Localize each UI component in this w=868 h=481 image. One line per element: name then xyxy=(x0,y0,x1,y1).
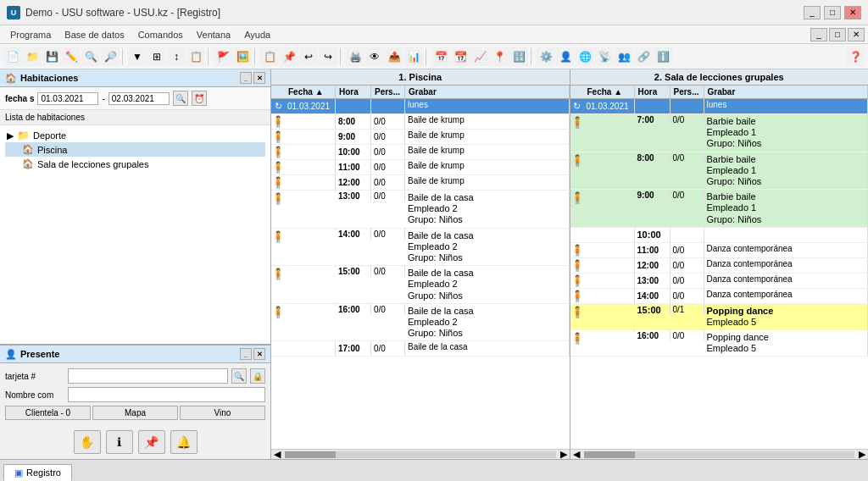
piscina-body[interactable]: ↻ 01.03.2021 lunes 🧍 8:00 0/0 Baile de k… xyxy=(271,99,570,449)
piscina-col-pers[interactable]: Pers... xyxy=(371,86,405,98)
menu-comandos[interactable]: Comandos xyxy=(131,28,190,41)
piscina-cell-grabar-7: Baile de la casa Empleado 2 Grupo: Niños xyxy=(405,229,570,266)
tb-date-btn[interactable]: 📆 xyxy=(451,47,470,66)
tb-user-btn[interactable]: 👤 xyxy=(556,47,575,66)
home-icon: 🏠 xyxy=(5,73,17,84)
tb-export-btn[interactable]: 📤 xyxy=(385,47,403,66)
sala-hscroll-track[interactable] xyxy=(584,451,855,458)
hand-btn[interactable]: ✋ xyxy=(74,430,101,454)
presente-close-btn[interactable]: ✕ xyxy=(253,348,265,360)
piscina-hscroll-track[interactable] xyxy=(285,451,556,458)
vino-btn[interactable]: Vino xyxy=(180,406,265,420)
sala-icon-12: 🧍 xyxy=(570,258,584,273)
menu-restore-btn[interactable]: □ xyxy=(829,28,846,41)
sala-hscrollbar[interactable]: ◀ ▶ xyxy=(570,449,869,459)
tree-item-sala[interactable]: 🏠 Sala de lecciones grupales xyxy=(5,157,265,171)
bell-btn[interactable]: 🔔 xyxy=(170,430,198,454)
tarjeta-lock-btn[interactable]: 🔒 xyxy=(250,368,265,384)
tb-net-btn[interactable]: 🌐 xyxy=(576,47,594,66)
piscina-cell-grabar-2: Baile de krump xyxy=(405,130,570,144)
tree-item-deporte[interactable]: ▶ 📁 Deporte xyxy=(5,129,265,142)
sala-col-hora[interactable]: Hora xyxy=(635,86,670,98)
tarjeta-input[interactable] xyxy=(68,368,228,384)
tb-undo-btn[interactable]: ↩ xyxy=(299,47,318,66)
menu-minimize-btn[interactable]: _ xyxy=(810,28,827,41)
tb-group2-btn[interactable]: 👥 xyxy=(615,47,633,66)
tree-item-piscina[interactable]: 🏠 Piscina xyxy=(5,142,265,157)
menu-ventana[interactable]: Ventana xyxy=(190,28,237,41)
tb-num-btn[interactable]: 🔢 xyxy=(509,47,528,66)
date-from-input[interactable] xyxy=(37,92,98,105)
tarjeta-label: tarjeta # xyxy=(5,372,64,381)
tb-flag-btn[interactable]: 🚩 xyxy=(214,47,232,66)
tb-filter2-btn[interactable]: ⊞ xyxy=(147,47,166,66)
piscina-hscroll-right[interactable]: ▶ xyxy=(558,449,570,459)
tb-open-btn[interactable]: 📁 xyxy=(23,47,42,66)
piscina-hscroll-left[interactable]: ◀ xyxy=(271,449,283,459)
presente-minimize-btn[interactable]: _ xyxy=(240,348,252,360)
minimize-button[interactable]: _ xyxy=(804,6,821,19)
panel-close-btn[interactable]: ✕ xyxy=(253,72,265,84)
tab-registro[interactable]: ▣ Registro xyxy=(3,464,72,481)
sala-hscroll-left[interactable]: ◀ xyxy=(570,449,582,459)
sala-cell-hora-0 xyxy=(635,99,670,113)
pin-btn[interactable]: 📌 xyxy=(138,430,165,454)
sala-hscroll-right[interactable]: ▶ xyxy=(856,449,868,459)
piscina-col-fecha[interactable]: Fecha ▲ xyxy=(285,86,336,98)
tb-edit-btn[interactable]: ✏️ xyxy=(62,47,81,66)
tb-print-btn[interactable]: 🖨️ xyxy=(346,47,364,66)
tb-filter-btn[interactable]: ▼ xyxy=(128,47,147,66)
menu-ayuda[interactable]: Ayuda xyxy=(237,28,277,41)
sala-cell-hora-9: 15:00 xyxy=(635,304,670,316)
tb-report-btn[interactable]: 📈 xyxy=(470,47,489,66)
sala-cell-fecha-5 xyxy=(584,243,635,257)
menu-items: Programa Base de datos Comandos Ventana … xyxy=(3,28,277,41)
sala-col-pers[interactable]: Pers... xyxy=(670,86,704,98)
sala-cell-hora-5: 11:00 xyxy=(635,243,670,257)
date-to-input[interactable] xyxy=(108,92,170,105)
piscina-icon-col xyxy=(271,86,285,98)
close-button[interactable]: ✕ xyxy=(844,6,861,19)
tb-paste-btn[interactable]: 📌 xyxy=(280,47,298,66)
tb-preview-btn[interactable]: 👁 xyxy=(365,47,384,66)
restore-button[interactable]: □ xyxy=(824,6,841,19)
tab-registro-icon: ▣ xyxy=(14,467,23,478)
tb-new-btn[interactable]: 📄 xyxy=(3,47,22,66)
menu-base-de-datos[interactable]: Base de datos xyxy=(58,28,131,41)
menu-programa[interactable]: Programa xyxy=(3,28,58,41)
clientela-btn[interactable]: Clientela - 0 xyxy=(5,406,91,420)
sala-body[interactable]: ↻ 01.03.2021 lunes 🧍 7:00 0/0 Barbie bai… xyxy=(570,99,869,449)
tb-settings-btn[interactable]: ⚙️ xyxy=(537,47,555,66)
sala-hscroll-thumb[interactable] xyxy=(584,451,635,458)
nombre-input[interactable] xyxy=(68,387,265,402)
tb-info-btn[interactable]: ℹ️ xyxy=(654,47,672,66)
tb-save-btn[interactable]: 💾 xyxy=(42,47,61,66)
piscina-col-hora[interactable]: Hora xyxy=(336,86,371,98)
piscina-col-grabar[interactable]: Grabar xyxy=(405,86,570,98)
info-btn[interactable]: ℹ xyxy=(106,430,133,454)
piscina-cell-hora-2: 9:00 xyxy=(336,130,371,144)
tb-rss-btn[interactable]: 📡 xyxy=(595,47,614,66)
tb-help-btn[interactable]: ❓ xyxy=(846,47,865,66)
sala-col-grabar[interactable]: Grabar xyxy=(704,86,869,98)
tb-redo-btn[interactable]: ↪ xyxy=(319,47,337,66)
tb-img-btn[interactable]: 🖼️ xyxy=(233,47,252,66)
tb-copy-btn[interactable]: 📋 xyxy=(260,47,279,66)
tarjeta-search-btn[interactable]: 🔍 xyxy=(231,368,247,384)
panel-minimize-btn[interactable]: _ xyxy=(240,72,252,84)
tb-chart-btn[interactable]: 📊 xyxy=(404,47,423,66)
tb-calendar-btn[interactable]: 📅 xyxy=(431,47,450,66)
mapa-btn[interactable]: Mapa xyxy=(92,406,178,420)
tb-group-btn[interactable]: 📋 xyxy=(186,47,205,66)
sala-col-fecha[interactable]: Fecha ▲ xyxy=(584,86,635,98)
date-search-btn[interactable]: 🔍 xyxy=(173,91,188,106)
piscina-hscroll-thumb[interactable] xyxy=(285,451,336,458)
tb-zoom-btn[interactable]: 🔎 xyxy=(101,47,120,66)
tb-search-btn[interactable]: 🔍 xyxy=(81,47,100,66)
tb-share-btn[interactable]: 🔗 xyxy=(634,47,653,66)
menu-close-btn[interactable]: ✕ xyxy=(848,28,865,41)
piscina-hscrollbar[interactable]: ◀ ▶ xyxy=(271,449,570,459)
tb-map-btn[interactable]: 📍 xyxy=(490,47,509,66)
date-calendar-btn[interactable]: ⏰ xyxy=(192,91,207,106)
tb-sort-btn[interactable]: ↕ xyxy=(167,47,186,66)
